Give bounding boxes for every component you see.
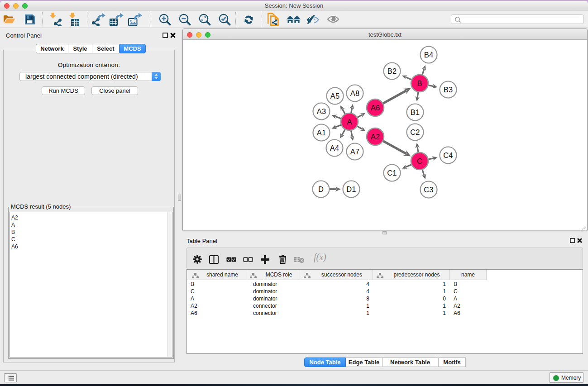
- svg-text:A3: A3: [317, 107, 326, 115]
- svg-text:B2: B2: [387, 67, 397, 75]
- svg-text:C: C: [417, 157, 422, 165]
- svg-text:A2: A2: [371, 133, 380, 141]
- svg-text:A7: A7: [350, 148, 360, 156]
- svg-text:B3: B3: [444, 86, 453, 94]
- svg-text:C3: C3: [424, 186, 434, 194]
- svg-text:B4: B4: [424, 51, 434, 59]
- svg-text:A1: A1: [317, 129, 326, 137]
- svg-text:A: A: [347, 118, 352, 126]
- svg-text:D: D: [318, 185, 324, 193]
- svg-text:A4: A4: [330, 144, 339, 152]
- svg-text:B1: B1: [411, 108, 420, 116]
- svg-text:A5: A5: [330, 92, 340, 100]
- svg-text:C1: C1: [387, 169, 397, 177]
- svg-text:B: B: [417, 79, 422, 87]
- svg-text:C4: C4: [443, 151, 453, 159]
- svg-text:A6: A6: [371, 104, 380, 112]
- svg-text:C2: C2: [410, 128, 420, 136]
- svg-text:D1: D1: [346, 185, 356, 193]
- svg-text:A8: A8: [350, 89, 360, 97]
